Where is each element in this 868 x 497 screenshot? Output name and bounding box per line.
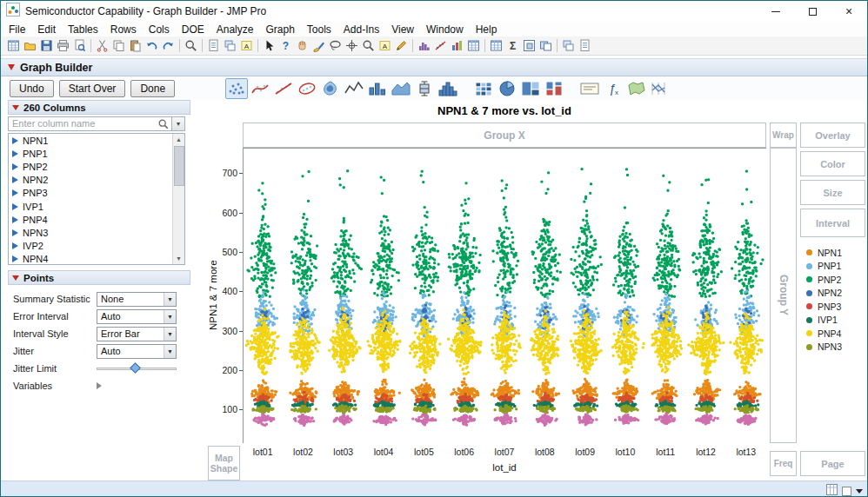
minimize-icon[interactable] <box>758 1 794 22</box>
windows-icon[interactable] <box>560 37 577 54</box>
subset-icon[interactable] <box>521 37 537 54</box>
drop-zone-group-x[interactable]: Group X <box>243 123 766 148</box>
element-pie-icon[interactable] <box>496 78 518 99</box>
log-icon[interactable] <box>577 37 593 54</box>
menu-graph[interactable]: Graph <box>259 23 300 36</box>
fit-y-by-x-icon[interactable] <box>432 37 449 54</box>
chevron-down-icon[interactable]: ▼ <box>164 293 176 306</box>
columns-list[interactable]: NPN1PNP1PNP2NPN2PNP3IVP1PNP4NPN3IVP2NPN4… <box>8 133 185 265</box>
copy-icon[interactable] <box>110 37 127 54</box>
column-item-pnp4[interactable]: PNP4 <box>9 213 184 226</box>
print-preview-icon[interactable] <box>71 37 88 54</box>
annotate-icon[interactable]: A <box>238 37 255 54</box>
element-map-shape-icon[interactable] <box>625 78 648 99</box>
open-icon[interactable] <box>22 37 38 54</box>
element-mosaic-icon[interactable] <box>543 78 565 99</box>
columns-scrollbar[interactable]: ▲▼ <box>172 134 184 264</box>
column-search-input[interactable]: Enter column name <box>8 116 172 131</box>
element-ellipse-icon[interactable] <box>296 78 318 99</box>
arrow-tool-icon[interactable] <box>261 37 277 54</box>
column-item-ivp2[interactable]: IVP2 <box>9 240 184 253</box>
menu-analyze[interactable]: Analyze <box>210 23 260 36</box>
scroll-thumb[interactable] <box>174 146 184 186</box>
status-box[interactable] <box>842 487 851 496</box>
red-triangle-icon[interactable] <box>12 275 19 281</box>
hand-tool-icon[interactable] <box>294 37 310 54</box>
crosshair-tool-icon[interactable] <box>344 37 360 54</box>
element-formula-icon[interactable]: ƒx <box>602 78 624 99</box>
undo-icon[interactable] <box>144 37 160 54</box>
maximize-icon[interactable] <box>794 1 831 22</box>
drop-zone-wrap[interactable]: Wrap <box>770 123 797 148</box>
element-box-plot-icon[interactable] <box>413 78 436 99</box>
paste-icon[interactable] <box>127 37 144 54</box>
brush-tool-icon[interactable] <box>310 37 327 54</box>
graph-builder-icon[interactable] <box>449 37 465 54</box>
error-interval-select[interactable]: Auto▼ <box>97 309 177 324</box>
table-panel-icon[interactable] <box>826 483 838 497</box>
status-dropdown-icon[interactable] <box>856 489 863 494</box>
cut-icon[interactable] <box>94 37 110 54</box>
drop-zone-color[interactable]: Color <box>800 151 865 176</box>
new-data-table-icon[interactable] <box>5 37 22 54</box>
column-item-npn1[interactable]: NPN1 <box>9 134 184 147</box>
summary-icon[interactable]: Σ <box>504 37 521 54</box>
search-filter-dropdown[interactable]: ▾ <box>172 116 185 131</box>
drop-zone-interval[interactable]: Interval <box>800 209 865 237</box>
menu-help[interactable]: Help <box>470 23 504 36</box>
menu-edit[interactable]: Edit <box>31 23 62 36</box>
column-item-pnp2[interactable]: PNP2 <box>9 160 184 173</box>
summary-statistic-select[interactable]: None▼ <box>97 292 177 307</box>
element-smoother-icon[interactable] <box>249 78 271 99</box>
menu-add-ins[interactable]: Add-Ins <box>337 23 385 36</box>
scroll-up-icon[interactable]: ▲ <box>173 134 184 145</box>
help-tool-icon[interactable]: ? <box>277 37 294 54</box>
chevron-down-icon[interactable]: ▼ <box>164 345 176 358</box>
graph-builder-outline-header[interactable]: Graph Builder <box>1 58 867 76</box>
slider-thumb[interactable] <box>130 362 141 374</box>
element-treemap-icon[interactable] <box>519 78 542 99</box>
drop-zone-map-shape[interactable]: Map Shape <box>208 446 240 480</box>
chevron-down-icon[interactable]: ▼ <box>164 310 176 323</box>
column-item-npn3[interactable]: NPN3 <box>9 226 184 239</box>
print-icon[interactable] <box>55 37 71 54</box>
pencil-tool-icon[interactable] <box>393 37 410 54</box>
tabulate-icon[interactable] <box>465 37 482 54</box>
column-item-pnp1[interactable]: PNP1 <box>9 147 184 160</box>
drop-zone-size[interactable]: Size <box>800 180 865 205</box>
drop-zone-page[interactable]: Page <box>800 451 865 476</box>
menu-rows[interactable]: Rows <box>104 23 143 36</box>
red-triangle-icon[interactable] <box>12 105 19 110</box>
element-parallel-icon[interactable] <box>649 78 671 99</box>
data-table-icon[interactable] <box>488 37 504 54</box>
scroll-down-icon[interactable]: ▼ <box>173 253 184 264</box>
menu-tools[interactable]: Tools <box>301 23 337 36</box>
plot-frame[interactable] <box>243 148 766 443</box>
element-line-icon[interactable] <box>343 78 365 99</box>
disclosure-triangle-icon[interactable] <box>97 382 102 389</box>
drop-zone-freq[interactable]: Freq <box>770 451 797 476</box>
menu-view[interactable]: View <box>385 23 420 36</box>
join-icon[interactable] <box>537 37 554 54</box>
interval-style-select[interactable]: Error Bar▼ <box>97 327 177 341</box>
element-contour-icon[interactable] <box>319 78 342 99</box>
jitter-select[interactable]: Auto▼ <box>97 344 177 359</box>
undo-button[interactable]: Undo <box>10 80 54 97</box>
column-item-ivp1[interactable]: IVP1 <box>9 200 184 213</box>
menu-tables[interactable]: Tables <box>62 23 104 36</box>
menu-file[interactable]: File <box>3 23 31 36</box>
redo-icon[interactable] <box>160 37 177 54</box>
start-over-button[interactable]: Start Over <box>59 80 126 97</box>
points-panel-header[interactable]: Points <box>8 270 190 285</box>
jitter-limit-slider[interactable] <box>97 361 177 376</box>
red-triangle-icon[interactable] <box>8 64 15 70</box>
save-icon[interactable] <box>38 37 55 54</box>
element-caption-box-icon[interactable] <box>578 78 601 99</box>
menu-doe[interactable]: DOE <box>176 23 210 36</box>
chevron-down-icon[interactable]: ▼ <box>164 328 176 341</box>
new-journal-icon[interactable] <box>205 37 222 54</box>
element-line-of-fit-icon[interactable] <box>272 78 295 99</box>
layout-icon[interactable] <box>222 37 238 54</box>
menu-window[interactable]: Window <box>420 23 470 36</box>
magnifier-tool-icon[interactable] <box>360 37 377 54</box>
